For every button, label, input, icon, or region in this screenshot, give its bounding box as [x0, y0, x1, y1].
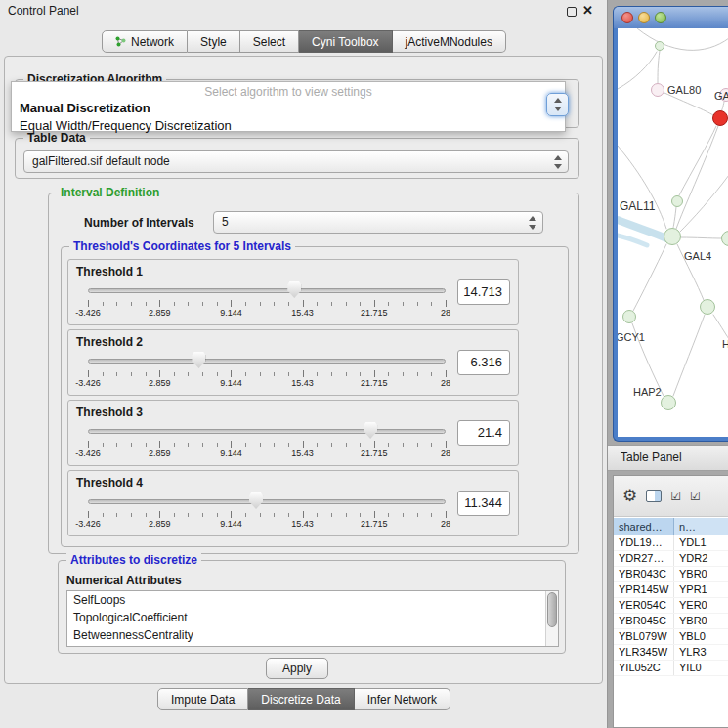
table-cell: YER054C	[614, 598, 674, 613]
columns-icon[interactable]	[646, 490, 662, 502]
threshold-value-field[interactable]: 14.713	[457, 279, 510, 305]
tick-mark	[116, 443, 117, 447]
popup-option-equal-width-frequency-discretization[interactable]: Equal Width/Frequency Discretization	[12, 117, 565, 135]
table-row[interactable]: YLR345WYLR3	[614, 645, 728, 661]
checkbox-icon[interactable]: ☑	[690, 491, 701, 502]
table-data-combo[interactable]: galFiltered.sif default node	[23, 150, 569, 173]
network-view-window[interactable]: GAL80GAGAL11GAL4GCY1HAP2H	[613, 6, 728, 442]
table-column-header-1[interactable]: n…	[674, 518, 728, 535]
bottom-tab-strip: Impute DataDiscretize DataInfer Network	[0, 688, 608, 710]
numerical-attributes-label: Numerical Attributes	[66, 574, 182, 587]
tick-mark	[288, 372, 289, 376]
scale-label: 9.144	[220, 519, 242, 529]
table-cell: YBR045C	[614, 614, 674, 628]
scrollbar-thumb[interactable]	[547, 592, 557, 627]
threshold-slider[interactable]	[88, 422, 446, 440]
scale-label: 15.43	[291, 308, 314, 318]
threshold-label: Threshold 2	[76, 335, 143, 349]
network-node[interactable]	[700, 299, 715, 315]
tick-mark	[374, 511, 375, 518]
threshold-label: Threshold 4	[76, 476, 143, 490]
tab-discretize-data[interactable]: Discretize Data	[248, 688, 354, 710]
network-node[interactable]	[671, 195, 683, 207]
threshold-slider[interactable]	[88, 352, 446, 369]
table-column-header-0[interactable]: shared…	[614, 518, 674, 535]
tick-mark	[417, 302, 418, 306]
threshold-value-field[interactable]: 6.316	[457, 350, 510, 375]
attribute-item-betweennesscentrality[interactable]: BetweennessCentrality	[67, 626, 558, 644]
threshold-value-field[interactable]: 21.4	[457, 420, 510, 446]
table-row[interactable]: YER054CYER0	[614, 598, 728, 614]
tab-style[interactable]: Style	[188, 30, 240, 53]
table-panel-titlebar[interactable]: Table Panel	[608, 445, 728, 471]
tick-mark	[360, 372, 361, 376]
table-cell: YIL052C	[614, 661, 674, 675]
table-row[interactable]: YIL052CYIL0	[614, 661, 728, 676]
slider-thumb[interactable]	[364, 422, 377, 439]
threshold-label: Threshold 1	[76, 265, 143, 278]
network-node[interactable]	[651, 83, 664, 97]
gear-icon[interactable]: ⚙	[622, 488, 637, 504]
tick-mark	[202, 513, 203, 517]
tick-mark	[231, 511, 232, 518]
tab-cyni-toolbox[interactable]: Cyni Toolbox	[299, 30, 392, 53]
network-node[interactable]	[655, 41, 664, 51]
tick-mark	[374, 441, 375, 448]
table-row[interactable]: YBR045CYBR0	[614, 614, 728, 629]
network-node[interactable]	[661, 395, 676, 410]
number-of-intervals-combo[interactable]: 5	[213, 211, 543, 234]
table-row[interactable]: YBL079WYBL0	[614, 629, 728, 645]
float-window-icon[interactable]	[567, 7, 577, 17]
table-row[interactable]: YDR27…YDR2	[614, 551, 728, 567]
network-canvas[interactable]: GAL80GAGAL11GAL4GCY1HAP2H	[618, 28, 728, 437]
tick-mark	[331, 443, 332, 447]
tab-impute-data[interactable]: Impute Data	[157, 688, 248, 710]
tick-mark	[217, 443, 218, 447]
window-zoom-button[interactable]	[655, 12, 666, 23]
attribute-item-selfloops[interactable]: SelfLoops	[67, 591, 558, 609]
tab-label: Select	[253, 35, 285, 49]
tab-network[interactable]: Network	[102, 30, 188, 53]
tick-mark	[431, 302, 432, 306]
slider-thumb[interactable]	[192, 352, 205, 368]
slider-track	[88, 288, 446, 293]
tick-mark	[360, 443, 361, 447]
tick-mark	[346, 302, 347, 306]
checkbox-icon[interactable]: ☑	[670, 491, 681, 502]
algorithm-combo-button[interactable]	[546, 93, 569, 116]
tab-jactivemnodules[interactable]: jActiveMNodules	[393, 30, 506, 53]
slider-thumb[interactable]	[249, 492, 263, 509]
table-row[interactable]: YPR145WYPR1	[614, 582, 728, 598]
tab-infer-network[interactable]: Infer Network	[355, 688, 450, 710]
tick-mark	[217, 372, 218, 376]
table-row[interactable]: YBR043CYBR0	[614, 567, 728, 582]
scale-label: 2.859	[149, 308, 171, 318]
attribute-item-topologicalcoefficient[interactable]: TopologicalCoefficient	[67, 609, 558, 626]
scale-label: -3.426	[75, 378, 101, 388]
network-node[interactable]	[712, 110, 728, 126]
tab-select[interactable]: Select	[240, 30, 299, 53]
threshold-value-field[interactable]: 11.344	[457, 491, 510, 516]
close-icon[interactable]: ✕	[582, 3, 593, 18]
network-node[interactable]	[622, 310, 636, 323]
slider-scale: -3.4262.8599.14415.4321.71528	[88, 308, 446, 319]
tick-mark	[403, 513, 404, 517]
network-node[interactable]	[664, 228, 681, 245]
attributes-scrollbar[interactable]	[545, 591, 558, 646]
window-minimize-button[interactable]	[638, 12, 650, 23]
threshold-panel-3: Threshold 3-3.4262.8599.14415.4321.71528…	[67, 400, 519, 466]
attributes-list[interactable]: SelfLoopsTopologicalCoefficientBetweenne…	[66, 590, 559, 647]
tick-mark	[346, 443, 347, 447]
tick-mark	[274, 302, 275, 306]
tick-mark	[88, 511, 89, 518]
window-close-button[interactable]	[621, 12, 633, 23]
table-row[interactable]: YDL19…YDL1	[614, 535, 728, 551]
threshold-slider[interactable]	[88, 492, 446, 510]
slider-thumb[interactable]	[287, 281, 301, 298]
scale-label: 28	[441, 519, 450, 529]
network-window-titlebar[interactable]	[614, 7, 728, 28]
apply-button[interactable]: Apply	[266, 658, 328, 679]
threshold-slider[interactable]	[88, 281, 446, 299]
popup-option-manual-discretization[interactable]: Manual Discretization	[12, 100, 565, 117]
slider-track	[88, 359, 446, 364]
